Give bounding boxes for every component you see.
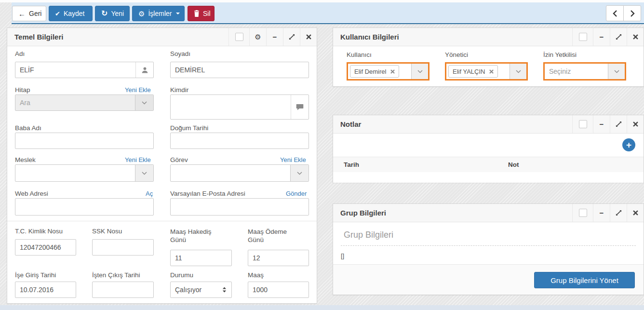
kullanici-panel-header: Kullanıcı Bilgileri − — [333, 28, 644, 46]
panel-expand-icon[interactable] — [610, 28, 627, 46]
delete-button[interactable]: Sil — [188, 6, 215, 21]
panel-collapse-minus-icon[interactable]: − — [593, 204, 610, 222]
panel-close-icon[interactable] — [627, 28, 644, 46]
maas-hakedis-input[interactable] — [170, 250, 232, 266]
notlar-panel: Notlar − + Tarih Not — [333, 115, 644, 183]
panel-close-icon[interactable] — [627, 115, 644, 133]
hitap-select[interactable]: Ara — [15, 94, 154, 111]
manage-groups-button[interactable]: Grup Bilgilerini Yönet — [534, 272, 635, 288]
maas-odeme-input[interactable] — [248, 250, 309, 266]
durumu-value: Çalışıyor — [171, 282, 222, 297]
updown-arrows-icon — [222, 282, 231, 297]
yonetici-tag-select[interactable]: Elif YALÇIN — [445, 62, 528, 81]
panel-expand-icon[interactable] — [610, 115, 627, 133]
next-record-button[interactable] — [623, 5, 641, 21]
meslek-value — [15, 165, 135, 181]
kullanici-label: Kullanıcı — [347, 51, 372, 58]
durumu-select[interactable]: Çalışıyor — [170, 282, 232, 298]
panel-expand-icon[interactable] — [283, 28, 300, 46]
chevron-down-icon[interactable] — [510, 64, 526, 79]
baba-adi-label: Baba Adı — [15, 124, 41, 132]
meslek-select[interactable] — [15, 164, 154, 182]
grup-body-title: Grup Bilgileri — [344, 230, 393, 240]
comment-icon — [291, 95, 309, 119]
gorev-value — [171, 165, 290, 181]
izin-yetkilisi-select[interactable]: Seçiniz — [543, 62, 626, 81]
panel-select-checkbox[interactable] — [572, 204, 593, 222]
tc-kimlik-label: T.C. Kimlik Nosu — [15, 228, 63, 235]
section-divider — [7, 221, 317, 221]
chip-remove-x-icon[interactable] — [390, 69, 395, 74]
isten-cikis-input[interactable] — [92, 282, 154, 298]
panel-collapse-minus-icon[interactable]: − — [266, 28, 283, 46]
web-adresi-open-link[interactable]: Aç — [146, 190, 153, 197]
maas-input[interactable] — [248, 282, 309, 298]
arrow-left-icon: ← — [18, 10, 26, 17]
chevron-down-icon[interactable] — [608, 64, 625, 79]
manage-groups-button-label: Grup Bilgilerini Yönet — [550, 276, 618, 284]
panel-collapse-minus-icon[interactable]: − — [593, 115, 610, 133]
notlar-panel-header: Notlar − — [333, 115, 644, 134]
adi-field[interactable]: ELİF — [15, 62, 154, 78]
yonetici-chip: Elif YALÇIN — [448, 65, 498, 78]
chip-remove-x-icon[interactable] — [489, 69, 494, 74]
notes-empty-row — [333, 172, 644, 183]
izin-yetkilisi-label: İzin Yetkilisi — [543, 51, 577, 58]
panel-close-icon[interactable] — [627, 204, 644, 222]
save-button-label: Kaydet — [64, 10, 85, 17]
adi-value: ELİF — [15, 62, 135, 78]
person-icon — [135, 62, 153, 78]
save-button[interactable]: ✔ Kaydet — [49, 6, 93, 21]
kullanici-tag-select[interactable]: Elif Demirel — [347, 62, 429, 81]
soyadi-field[interactable]: DEMİREL — [170, 62, 309, 78]
gorev-add-link[interactable]: Yeni Ekle — [280, 156, 306, 163]
kimdir-value — [171, 95, 291, 119]
panel-settings-gear-icon[interactable]: ⚙ — [249, 28, 266, 46]
not-column-header: Not — [508, 161, 519, 168]
soyadi-label: Soyadı — [170, 50, 190, 57]
kullanici-chip-label: Elif Demirel — [354, 68, 386, 75]
new-button-label: Yeni — [111, 10, 124, 17]
gorev-select[interactable] — [170, 164, 309, 182]
new-button[interactable]: ↻ Yeni — [95, 6, 130, 21]
add-note-button[interactable]: + — [622, 138, 635, 151]
kullanici-panel-title: Kullanıcı Bilgileri — [333, 33, 572, 41]
eposta-send-link[interactable]: Gönder — [286, 190, 307, 197]
baba-adi-input[interactable] — [15, 133, 154, 149]
yonetici-chip-label: Elif YALÇIN — [453, 68, 485, 75]
panel-select-checkbox[interactable] — [572, 28, 593, 46]
temel-bilgileri-panel: Temel Bilgileri ⚙ − Adı Soyadı ELİF DEMİ… — [7, 27, 317, 304]
prev-record-button[interactable] — [606, 5, 624, 21]
tc-kimlik-input[interactable] — [15, 239, 76, 256]
operations-button-label: İşlemler — [148, 10, 172, 17]
hitap-label: Hitap — [15, 86, 30, 94]
panel-close-icon[interactable] — [300, 28, 317, 46]
meslek-add-link[interactable]: Yeni Ekle — [125, 156, 151, 163]
check-icon: ✔ — [55, 11, 60, 17]
ise-giris-input[interactable] — [15, 282, 76, 298]
ise-giris-label: İşe Giriş Tarihi — [15, 271, 56, 279]
notes-table-header: Tarih Not — [333, 157, 644, 173]
dogum-tarihi-input[interactable] — [170, 133, 309, 149]
meslek-label: Meslek — [15, 156, 36, 163]
kimdir-field[interactable] — [170, 94, 309, 120]
panel-collapse-minus-icon[interactable]: − — [593, 28, 610, 46]
isten-cikis-label: İşten Çıkış Tarihi — [92, 271, 140, 279]
chevron-down-icon[interactable] — [411, 64, 428, 79]
yonetici-label: Yönetici — [445, 51, 468, 58]
eposta-input[interactable] — [170, 198, 309, 216]
tarih-column-header: Tarih — [344, 161, 359, 168]
dashed-divider — [341, 245, 636, 246]
adi-label: Adı — [15, 50, 25, 57]
panel-expand-icon[interactable] — [610, 204, 627, 222]
web-adresi-input[interactable] — [15, 198, 154, 216]
maas-hakedis-label: Maaş Hakediş Günü — [170, 228, 224, 244]
back-button[interactable]: ← Geri — [12, 6, 46, 21]
gorev-label: Görev — [170, 156, 188, 163]
operations-button[interactable]: ⚙ İşlemler — [132, 6, 185, 21]
dogum-tarihi-label: Doğum Tarihi — [170, 124, 208, 132]
panel-select-checkbox[interactable] — [572, 115, 593, 133]
panel-select-checkbox[interactable] — [228, 28, 249, 46]
hitap-add-link[interactable]: Yeni Ekle — [125, 86, 151, 94]
ssk-input[interactable] — [92, 239, 154, 256]
